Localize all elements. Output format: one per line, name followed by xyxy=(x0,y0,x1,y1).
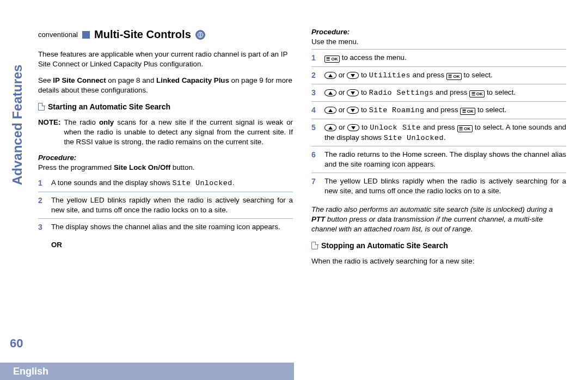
section1-title: Starting an Automatic Site Search xyxy=(48,102,170,112)
arrow-down-key-icon xyxy=(347,107,359,114)
proc-intro-b: Site Lock On/Off xyxy=(114,163,170,171)
note-block: NOTE: The radio only scans for a new sit… xyxy=(38,118,293,147)
step1-mono: Site Unlocked xyxy=(173,179,232,187)
content-columns: conventional Multi-Site Controls These f… xyxy=(38,27,566,343)
page-heading: conventional Multi-Site Controls xyxy=(38,27,293,42)
sidebar-section-label: Advanced Features xyxy=(10,65,25,185)
proc-intro-a: Press the programmed xyxy=(38,163,114,171)
step-item: 6The radio returns to the Home screen. T… xyxy=(311,146,566,173)
step-text: or to Unlock Site and press ☰ OK to sele… xyxy=(324,122,566,143)
step-item: 1☰ OK to access the menu. xyxy=(311,49,566,66)
step-number: 4 xyxy=(311,105,319,115)
step-number: 2 xyxy=(311,70,319,81)
heading-title: Multi-Site Controls xyxy=(94,27,191,42)
italic-c: button press or data transmission if the… xyxy=(311,215,543,233)
step-number: 3 xyxy=(38,222,46,232)
step-text: ☰ OK to access the menu. xyxy=(324,53,407,63)
intro-paragraph-1: These features are applicable when your … xyxy=(38,50,293,69)
step-text: A tone sounds and the display shows Site… xyxy=(51,178,234,188)
italic-note: The radio also performs an automatic sit… xyxy=(311,205,566,234)
step-number: 6 xyxy=(311,150,319,169)
menu-path: Site Roaming xyxy=(369,106,425,114)
menu-ok-key-icon: ☰ OK xyxy=(446,73,462,80)
step-text: or to Radio Settings and press ☰ OK to s… xyxy=(324,88,516,98)
page-root: Advanced Features 60 English conventiona… xyxy=(0,0,588,380)
step-item: 4 or to Site Roaming and press ☰ OK to s… xyxy=(311,101,566,119)
step1-a: A tone sounds and the display shows xyxy=(51,179,173,187)
procedure-intro-left: Press the programmed Site Lock On/Off bu… xyxy=(38,163,293,173)
document-icon xyxy=(311,242,318,249)
arrow-up-key-icon xyxy=(324,107,336,114)
arrow-down-key-icon xyxy=(347,124,359,131)
step-item: 5 or to Unlock Site and press ☰ OK to se… xyxy=(311,119,566,146)
globe-icon xyxy=(195,30,205,40)
arrow-down-key-icon xyxy=(347,89,359,96)
menu-ok-key-icon: ☰ OK xyxy=(469,90,485,97)
steps-list-right: 1☰ OK to access the menu.2 or to Utiliti… xyxy=(311,49,566,199)
step-item: 3 or to Radio Settings and press ☰ OK to… xyxy=(311,84,566,101)
section2-heading: Stopping an Automatic Site Search xyxy=(311,241,566,251)
arrow-down-key-icon xyxy=(347,72,359,79)
step-text: The display shows the channel alias and … xyxy=(51,222,280,232)
intro-p2-c: on page 8 and xyxy=(106,76,156,84)
step-number: 5 xyxy=(311,122,319,143)
arrow-up-key-icon xyxy=(324,124,336,131)
step-item: 7The yellow LED blinks rapidly when the … xyxy=(311,173,566,199)
heading-prefix: conventional xyxy=(38,30,78,40)
procedure-intro-right: Use the menu. xyxy=(311,37,566,47)
menu-path: Utilities xyxy=(369,71,411,79)
italic-a: The radio also performs an automatic sit… xyxy=(311,205,553,213)
step-number: 1 xyxy=(38,178,46,188)
step-text: or to Site Roaming and press ☰ OK to sel… xyxy=(324,105,506,115)
left-column: conventional Multi-Site Controls These f… xyxy=(38,27,293,343)
intro-p2-b2: Linked Capacity Plus xyxy=(156,76,229,84)
footer-language-bar: English xyxy=(0,363,294,380)
right-column: Procedure: Use the menu. 1☰ OK to access… xyxy=(311,27,566,343)
step-text: The yellow LED blinks rapidly when the r… xyxy=(51,195,293,215)
intro-p2-b1: IP Site Connect xyxy=(53,76,106,84)
note-a: The radio xyxy=(64,118,99,126)
document-icon xyxy=(38,103,45,111)
procedure-label-right: Procedure: xyxy=(311,27,566,37)
intro-p2-a: See xyxy=(38,76,53,84)
step-item: 2 The yellow LED blinks rapidly when the… xyxy=(38,192,293,218)
note-b: only xyxy=(99,118,114,126)
step-number: 7 xyxy=(311,176,319,196)
arrow-up-key-icon xyxy=(324,72,336,79)
menu-path: Radio Settings xyxy=(369,89,434,97)
menu-ok-key-icon: ☰ OK xyxy=(460,108,475,115)
step-text: The radio returns to the Home screen. Th… xyxy=(324,150,566,169)
step-number: 2 xyxy=(38,195,46,215)
step-number: 3 xyxy=(311,88,319,98)
display-text: Site Unlocked xyxy=(384,134,444,142)
step-item: 3 The display shows the channel alias an… xyxy=(38,218,293,236)
note-text: The radio only scans for a new site if t… xyxy=(64,118,293,147)
step-item: 2 or to Utilities and press ☰ OK to sele… xyxy=(311,66,566,84)
procedure-label-left: Procedure: xyxy=(38,153,293,163)
note-label: NOTE: xyxy=(38,118,60,147)
step1-b: . xyxy=(232,179,235,187)
section2-intro: When the radio is actively searching for… xyxy=(311,256,566,266)
or-label: OR xyxy=(51,240,293,250)
intro-paragraph-2: See IP Site Connect on page 8 and Linked… xyxy=(38,76,293,95)
section2-title: Stopping an Automatic Site Search xyxy=(321,241,448,251)
step-text: The yellow LED blinks rapidly when the r… xyxy=(324,176,566,196)
steps-list-left: 1 A tone sounds and the display shows Si… xyxy=(38,175,293,236)
menu-ok-key-icon: ☰ OK xyxy=(457,125,473,132)
italic-b: PTT xyxy=(311,215,325,223)
proc-intro-c: button. xyxy=(170,163,194,171)
step-text: or to Utilities and press ☰ OK to select… xyxy=(324,70,493,81)
page-number: 60 xyxy=(10,336,23,351)
step-number: 1 xyxy=(311,53,319,63)
arrow-up-key-icon xyxy=(324,89,336,96)
square-bullet-icon xyxy=(82,31,90,39)
step-item: 1 A tone sounds and the display shows Si… xyxy=(38,175,293,192)
menu-path: Unlock Site xyxy=(370,124,421,132)
section1-heading: Starting an Automatic Site Search xyxy=(38,102,293,112)
menu-ok-key-icon: ☰ OK xyxy=(324,56,340,63)
